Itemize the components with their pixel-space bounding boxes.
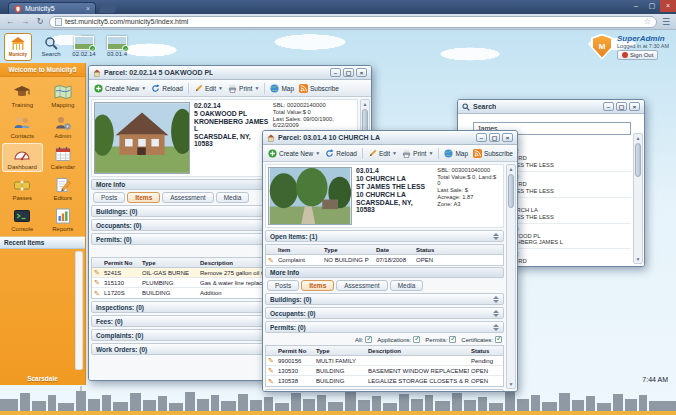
maximize-button[interactable]: ▢ — [489, 133, 500, 142]
scroll-down-arrow[interactable]: ▼ — [636, 256, 641, 262]
minimize-button[interactable]: – — [330, 68, 341, 77]
new-tab-button[interactable] — [99, 4, 118, 13]
close-button[interactable]: × — [502, 133, 513, 142]
table-row[interactable]: ✎ 9900156 MULTI FAMILY Pending — [266, 356, 503, 366]
tab-items[interactable]: Items — [301, 280, 334, 291]
window-title: Parcel: 02.02.14 5 OAKWOOD PL — [104, 69, 213, 76]
back-button[interactable]: ← — [4, 16, 16, 28]
console-icon — [13, 207, 31, 225]
sidebar-item-dashboard[interactable]: Dashboard — [2, 143, 43, 172]
sidebar-item-console[interactable]: Console — [2, 205, 43, 234]
window-body: 03.01.4 10 CHURCH LA ST JAMES THE LESS 1… — [263, 162, 517, 391]
reload-icon — [151, 84, 160, 93]
create-new-button[interactable]: Create New▼ — [92, 83, 148, 94]
tab-close-icon[interactable]: × — [86, 5, 90, 12]
window-title: Parcel: 03.01.4 10 CHURCH LA — [278, 134, 380, 141]
recent-items-scrollbar[interactable] — [75, 251, 83, 370]
browser-menu-icon[interactable]: ☰ — [660, 17, 672, 27]
scroll-up-arrow[interactable]: ▲ — [636, 135, 641, 141]
minimize-button[interactable]: – — [603, 102, 614, 111]
recent-parcel-stamp-1[interactable]: ✓ 02.02.14 — [70, 36, 98, 57]
window-toolbar: Create New▼ Reload Edit▼ Print▼ Map Subs… — [89, 80, 371, 97]
browser-minimize-button[interactable]: – — [628, 0, 644, 12]
refresh-button[interactable]: ↻ — [34, 16, 46, 28]
parcel-details: SBL: 003001040000 Total Value:$ 0, Land:… — [437, 167, 501, 225]
tab-posts[interactable]: Posts — [93, 192, 125, 203]
sidebar-item-contacts[interactable]: Contacts — [2, 112, 43, 141]
tab-assessment[interactable]: Assessment — [162, 192, 213, 203]
section-permits[interactable]: Permits: (0) — [265, 321, 504, 333]
browser-close-button[interactable]: × — [660, 0, 676, 12]
bookmark-star-icon[interactable]: ☆ — [644, 17, 651, 26]
sidebar-item-admin[interactable]: Admin — [43, 112, 84, 141]
user-block: M SuperAdmin Logged in at 7:30 AM Sign O… — [591, 34, 672, 60]
map-button[interactable]: Map — [442, 148, 470, 159]
calendar-icon — [54, 145, 72, 163]
browser-tab[interactable]: Municity5 × — [8, 2, 96, 14]
print-button[interactable]: Print▼ — [226, 83, 261, 94]
filter-certificates-checkbox[interactable] — [495, 336, 502, 343]
window-title-bar[interactable]: Parcel: 02.02.14 5 OAKWOOD PL – ▢ × — [89, 66, 371, 80]
create-new-button[interactable]: Create New▼ — [266, 148, 322, 159]
maximize-button[interactable]: ▢ — [343, 68, 354, 77]
filter-applications-checkbox[interactable] — [413, 336, 420, 343]
search-button-label: Search — [41, 51, 60, 57]
reload-button[interactable]: Reload — [149, 83, 185, 94]
sign-out-button[interactable]: Sign Out — [617, 50, 658, 60]
section-inspections[interactable]: Inspections: (0) — [265, 389, 504, 391]
sidebar-item-calendar[interactable]: Calendar — [43, 143, 84, 172]
tab-media[interactable]: Media — [216, 192, 250, 203]
parcel-window-church[interactable]: Parcel: 03.01.4 10 CHURCH LA – ▢ × Creat… — [262, 130, 518, 392]
maximize-button[interactable]: ▢ — [616, 102, 627, 111]
sidebar-menu: Training Mapping Contacts Admin Dashboar… — [0, 77, 85, 236]
sidebar-item-reports[interactable]: Reports — [43, 205, 84, 234]
recent-parcel-stamp-2[interactable]: ✓ 03.01.4 — [103, 36, 131, 57]
tab-posts[interactable]: Posts — [267, 280, 299, 291]
map-button[interactable]: Map — [268, 83, 296, 94]
tab-items[interactable]: Items — [127, 192, 160, 203]
chevron-icon — [493, 324, 499, 331]
scroll-thumb[interactable] — [508, 174, 514, 208]
sidebar-item-editors[interactable]: Editors — [43, 174, 84, 203]
print-button[interactable]: Print▼ — [400, 148, 435, 159]
sidebar-item-training[interactable]: Training — [2, 81, 43, 110]
window-title-bar[interactable]: Parcel: 03.01.4 10 CHURCH LA – ▢ × — [263, 131, 517, 145]
edit-button[interactable]: Edit▼ — [366, 148, 399, 159]
scroll-up-arrow[interactable]: ▲ — [363, 101, 368, 107]
sign-out-label: Sign Out — [630, 52, 653, 58]
section-occupants[interactable]: Occupants: (0) — [265, 307, 504, 319]
section-open-items[interactable]: Open Items: (1) — [265, 230, 504, 242]
parcel-address: 02.02.14 5 OAKWOOD PL KRONEHBERG JAMES L… — [194, 102, 269, 174]
subscribe-button[interactable]: Subscribe — [471, 148, 515, 159]
scroll-down-arrow[interactable]: ▼ — [509, 381, 514, 387]
reload-button[interactable]: Reload — [323, 148, 359, 159]
minimize-button[interactable]: – — [476, 133, 487, 142]
municity-logo[interactable]: Municity — [4, 33, 32, 61]
edit-button[interactable]: Edit▼ — [192, 83, 225, 94]
window-scrollbar[interactable]: ▲▼ — [506, 164, 516, 389]
filter-permits-checkbox[interactable] — [449, 336, 456, 343]
url-field[interactable]: test.municity5.com/municity5/index.html … — [49, 16, 657, 28]
sidebar-item-passes[interactable]: Passes — [2, 174, 43, 203]
subscribe-button[interactable]: Subscribe — [297, 83, 341, 94]
tab-assessment[interactable]: Assessment — [336, 280, 387, 291]
close-button[interactable]: × — [356, 68, 367, 77]
window-scrollbar[interactable]: ▲▼ — [633, 133, 643, 264]
header-search-button[interactable]: Search — [37, 36, 65, 57]
table-row[interactable]: ✎ Complaint NO BUILDING P 07/18/2008 OPE… — [266, 255, 503, 265]
recent-items-header[interactable]: Recent Items — [0, 236, 85, 249]
table-row[interactable]: ✎ 130538 BUILDING LEGALIZE STORAGE CLOSE… — [266, 376, 503, 386]
filter-all-checkbox[interactable] — [365, 336, 372, 343]
tab-media[interactable]: Media — [390, 280, 424, 291]
close-button[interactable]: × — [629, 102, 640, 111]
rss-icon — [473, 149, 482, 158]
parcel-photo — [268, 167, 352, 225]
table-row[interactable]: ✎ 130530 BUILDING BASEMENT WINDOW REPLAC… — [266, 366, 503, 376]
sidebar-item-mapping[interactable]: Mapping — [43, 81, 84, 110]
window-title-bar[interactable]: Search – ▢ × — [458, 100, 644, 114]
scroll-up-arrow[interactable]: ▲ — [509, 166, 514, 172]
section-buildings[interactable]: Buildings: (0) — [265, 293, 504, 305]
scroll-thumb[interactable] — [635, 143, 641, 177]
forward-button[interactable]: → — [19, 16, 31, 28]
browser-maximize-button[interactable]: ▢ — [644, 0, 660, 12]
